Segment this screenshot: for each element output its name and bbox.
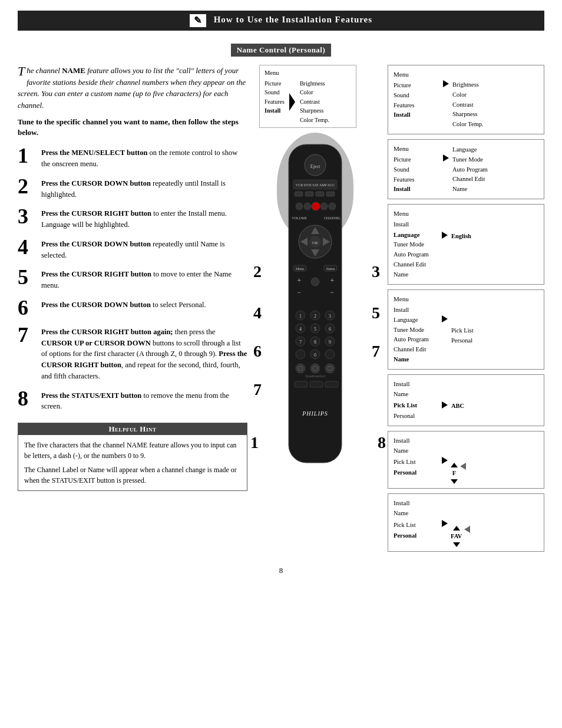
svg-marker-72: [451, 479, 458, 484]
step-text-3: Press the CURSOR RIGHT button to enter t…: [41, 206, 247, 230]
step-6: 6 Press the CURSOR DOWN button to select…: [18, 297, 247, 318]
svg-marker-70: [442, 457, 448, 464]
svg-point-56: [325, 364, 335, 373]
svg-point-11: [312, 202, 320, 210]
step-text-8: Press the STATUS/EXIT button to remove t…: [41, 388, 247, 413]
left-column: The channel NAME feature allows you to l…: [18, 65, 247, 491]
step-number-5: 5: [18, 266, 37, 288]
svg-text:3: 3: [329, 314, 331, 319]
svg-text:VCR DVD SAT AMP ACC: VCR DVD SAT AMP ACC: [296, 183, 335, 187]
menu-diagram-1: Menu Picture Sound Features Install Brig…: [388, 65, 544, 134]
svg-rect-5: [295, 192, 303, 196]
step-text-5: Press the CURSOR RIGHT button to move to…: [41, 266, 247, 291]
helpful-hint-box: Helpful Hint The five characters that th…: [18, 423, 247, 491]
step-text-4: Press the CURSOR DOWN button repeatedly …: [41, 236, 247, 261]
svg-text:OK: OK: [312, 241, 318, 245]
svg-marker-66: [443, 154, 449, 162]
svg-text:−: −: [297, 288, 302, 297]
svg-point-50: [296, 350, 305, 359]
svg-point-54: [296, 364, 305, 373]
svg-text:5: 5: [314, 327, 316, 332]
step-3: 3 Press the CURSOR RIGHT button to enter…: [18, 206, 247, 230]
top-menu-diagram: Menu Picture Sound Features Install Brig…: [259, 65, 356, 128]
intro-paragraph: The channel NAME feature allows you to l…: [18, 65, 247, 111]
overlay-step-7-right: 7: [372, 342, 380, 361]
step-text-7: Press the CURSOR RIGHT button again; the…: [41, 324, 247, 382]
svg-text:9: 9: [329, 340, 331, 345]
hint-text: The five characters that the channel NAM…: [24, 440, 241, 486]
overlay-step-8: 8: [378, 433, 386, 452]
svg-marker-69: [442, 401, 448, 409]
menu-diagram-5: Install Name Pick List Personal ABC: [388, 374, 544, 426]
page-wrapper: ✎ How to Use the Installation Features N…: [0, 11, 562, 575]
svg-point-9: [296, 203, 303, 210]
overlay-step-1: 1: [250, 433, 259, 452]
step-2: 2 Press the CURSOR DOWN button repeatedl…: [18, 176, 247, 200]
page-header: ✎ How to Use the Installation Features: [18, 11, 544, 31]
svg-text:VOLUME: VOLUME: [292, 216, 307, 220]
svg-text:−: −: [330, 288, 335, 297]
svg-text:Status: Status: [326, 267, 335, 271]
overlay-step-6: 6: [253, 342, 262, 361]
remote-svg: Eject VCR DVD SAT AMP ACC: [259, 133, 371, 498]
svg-rect-62: [310, 381, 323, 387]
step-number-8: 8: [18, 388, 37, 409]
svg-marker-71: [451, 463, 458, 467]
step-number-3: 3: [18, 206, 37, 227]
svg-marker-73: [460, 463, 466, 470]
page-number: 8: [0, 566, 562, 575]
svg-rect-8: [326, 192, 335, 196]
step-4: 4 Press the CURSOR DOWN button repeatedl…: [18, 236, 247, 261]
svg-point-12: [320, 203, 328, 210]
step-7: 7 Press the CURSOR RIGHT button again; t…: [18, 324, 247, 382]
remote-control: 2 4 6 7 3 5 7 1 8 Eject: [253, 133, 377, 498]
right-column: Menu Picture Sound Features Install Brig…: [383, 65, 544, 556]
svg-text:1: 1: [299, 314, 302, 319]
step-number-6: 6: [18, 297, 37, 318]
svg-text:8: 8: [314, 340, 316, 345]
svg-text:Quadrasurfsol: Quadrasurfsol: [305, 374, 325, 378]
header-icon: ✎: [190, 14, 206, 27]
steps-list: 1 Press the MENU/SELECT button on the re…: [18, 145, 247, 412]
menu-diagram-2: Menu Picture Sound Features Install Lang…: [388, 139, 544, 199]
svg-marker-76: [453, 542, 460, 547]
svg-marker-68: [442, 315, 448, 322]
step-text-1: Press the MENU/SELECT button on the remo…: [41, 145, 247, 170]
header-title: How to Use the Installation Features: [214, 15, 372, 24]
svg-point-55: [310, 364, 320, 373]
svg-text:CHANNEL: CHANNEL: [324, 216, 341, 220]
menu-diagram-7: Install Name Pick List Personal FAV: [388, 493, 544, 552]
svg-point-10: [304, 203, 311, 210]
svg-rect-7: [316, 192, 324, 196]
hint-title: Helpful Hint: [18, 423, 247, 435]
svg-point-28: [311, 278, 319, 286]
overlay-step-5: 5: [372, 304, 380, 322]
svg-marker-65: [443, 80, 449, 87]
svg-point-53: [325, 350, 335, 359]
menu-diagram-4: Menu Install Language Tuner Mode Auto Pr…: [388, 289, 544, 370]
step-number-1: 1: [18, 145, 37, 166]
svg-rect-61: [295, 381, 308, 387]
svg-point-13: [329, 203, 336, 210]
svg-rect-6: [305, 192, 313, 196]
section-title: Name Control (Personal): [231, 44, 332, 57]
svg-marker-74: [442, 520, 448, 527]
overlay-step-7-left: 7: [253, 380, 262, 399]
step-number-2: 2: [18, 176, 37, 197]
svg-text:6: 6: [329, 327, 331, 332]
svg-text:7: 7: [299, 340, 302, 345]
svg-text:PHILIPS: PHILIPS: [302, 410, 328, 417]
menu-diagram-6: Install Name Pick List Personal F: [388, 431, 544, 489]
svg-marker-67: [442, 232, 448, 239]
step-number-7: 7: [18, 324, 37, 345]
svg-text:+: +: [297, 276, 302, 285]
step-number-4: 4: [18, 236, 37, 258]
middle-column: Menu Picture Sound Features Install Brig…: [247, 65, 383, 498]
step-text-2: Press the CURSOR DOWN button repeatedly …: [41, 176, 247, 200]
tune-instruction: Tune to the specific channel you want to…: [18, 117, 247, 138]
overlay-step-3: 3: [372, 262, 380, 281]
svg-marker-77: [464, 526, 470, 533]
svg-text:0: 0: [314, 353, 316, 358]
step-text-6: Press the CURSOR DOWN button to select P…: [41, 297, 206, 311]
step-1: 1 Press the MENU/SELECT button on the re…: [18, 145, 247, 170]
